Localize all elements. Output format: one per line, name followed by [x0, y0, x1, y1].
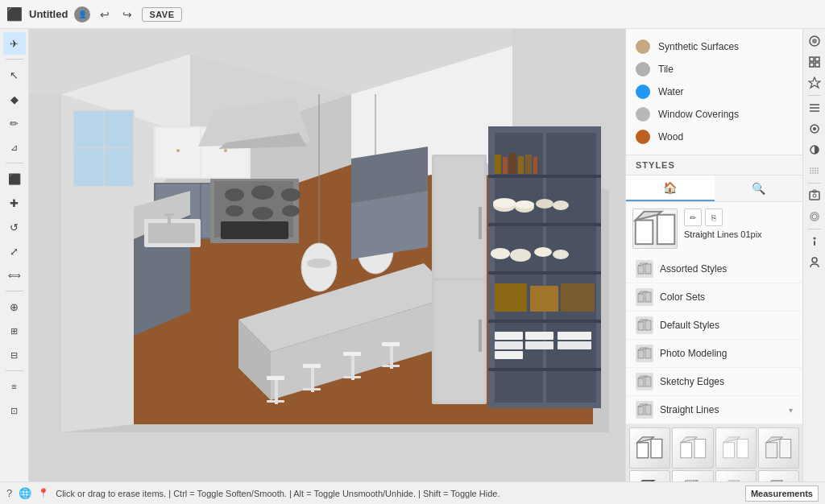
style-item-label: Sketchy Edges	[660, 376, 793, 387]
styles-items-list: Assorted Styles Color Sets Default Style…	[626, 255, 802, 424]
material-color-dot	[636, 85, 650, 99]
style-item-photo[interactable]: Photo Modeling	[626, 340, 802, 368]
material-color-dot	[636, 107, 650, 122]
scenes-panel-button[interactable]	[806, 120, 823, 138]
move-tool-button[interactable]: ✚	[3, 192, 26, 214]
styles-tab-home[interactable]: 🏠	[626, 176, 715, 201]
svg-rect-39	[303, 364, 321, 368]
style-current-thumbnail	[632, 209, 678, 249]
globe-icon[interactable]: 🌐	[19, 487, 31, 499]
push-pull-tool-button[interactable]: ⬛	[3, 167, 26, 190]
styles-tab-search[interactable]: 🔍	[715, 176, 803, 201]
svg-rect-117	[645, 405, 651, 415]
style-thumb-2[interactable]	[672, 428, 713, 469]
svg-marker-139	[723, 481, 740, 481]
measurements-field[interactable]: Measurements	[745, 485, 819, 502]
scale-tool-button[interactable]: ⤢	[3, 240, 26, 262]
rotate-tool-button[interactable]: ↺	[3, 216, 26, 238]
svg-rect-82	[495, 341, 523, 349]
svg-rect-59	[488, 271, 601, 275]
svg-rect-78	[495, 283, 527, 312]
svg-rect-85	[525, 341, 553, 349]
svg-rect-38	[267, 400, 284, 403]
3d-viewport-canvas[interactable]	[29, 29, 625, 481]
svg-point-69	[493, 198, 516, 208]
shadows-panel-button[interactable]	[806, 141, 823, 159]
svg-rect-108	[645, 320, 651, 330]
style-item-sketchy[interactable]: Sketchy Edges	[626, 368, 802, 396]
style-item-label: Photo Modeling	[660, 348, 793, 359]
match-photo-button[interactable]	[806, 187, 823, 204]
svg-rect-65	[518, 156, 524, 174]
entity-info-button[interactable]	[806, 233, 823, 250]
style-item-icon	[636, 373, 653, 390]
svg-rect-126	[737, 440, 748, 458]
svg-rect-67	[533, 157, 537, 174]
soften-edges-button[interactable]	[806, 208, 823, 225]
select-tool-button[interactable]: ↖	[3, 64, 26, 86]
svg-rect-129	[780, 440, 791, 458]
material-item-tile[interactable]: Tile	[626, 58, 802, 81]
svg-rect-57	[488, 175, 601, 178]
svg-rect-99	[657, 215, 675, 244]
viewport[interactable]	[29, 29, 625, 481]
zoom-tool-button[interactable]: ⊞	[3, 320, 26, 342]
style-thumb-3[interactable]	[715, 428, 757, 469]
help-icon[interactable]: ?	[6, 487, 12, 499]
styles-panel-button[interactable]	[806, 74, 823, 92]
cursor-tool-button[interactable]: ✈	[3, 32, 26, 55]
layers-panel-button[interactable]	[806, 99, 823, 117]
svg-rect-42	[343, 352, 361, 356]
section-cut-button[interactable]: ⊡	[3, 399, 26, 422]
style-item-assorted[interactable]: Assorted Styles	[626, 255, 802, 283]
redo-button[interactable]: ↪	[119, 6, 135, 23]
style-thumb-6[interactable]	[672, 470, 713, 481]
svg-rect-105	[645, 292, 651, 302]
material-item-water[interactable]: Water	[626, 81, 802, 103]
svg-rect-32	[164, 213, 174, 216]
style-copy-button[interactable]: ⎘	[705, 209, 723, 226]
style-edit-button[interactable]: ✏	[684, 209, 702, 226]
fog-panel-button[interactable]	[806, 162, 823, 180]
svg-point-162	[813, 194, 816, 197]
instructor-button[interactable]	[806, 254, 823, 271]
style-thumb-4[interactable]	[758, 428, 799, 469]
style-item-label: Default Styles	[660, 320, 793, 331]
styles-preview-area: ✏ ⎘ Straight Lines 01pix	[626, 202, 802, 255]
style-thumb-5[interactable]	[629, 470, 670, 481]
pencil-tool-button[interactable]: ✏	[3, 112, 26, 134]
undo-button[interactable]: ↩	[97, 6, 113, 23]
paint-tool-button[interactable]: ◆	[3, 88, 26, 110]
svg-rect-60	[488, 320, 601, 323]
style-thumb-7[interactable]	[715, 470, 757, 481]
geo-icon[interactable]: 📍	[38, 488, 49, 498]
material-name: Synthetic Surfaces	[658, 41, 739, 52]
tape-tool-button[interactable]: ⟺	[3, 264, 26, 287]
toolbar-divider-2	[6, 163, 23, 163]
svg-point-77	[553, 250, 569, 259]
material-item-synthetic[interactable]: Synthetic Surfaces	[626, 35, 802, 58]
material-item-window-coverings[interactable]: Window Coverings	[626, 103, 802, 126]
orbit-tool-button[interactable]: ⊕	[3, 295, 26, 318]
style-item-straightlines[interactable]: Straight Lines ▾	[626, 396, 802, 424]
style-item-default[interactable]: Default Styles	[626, 312, 802, 340]
svg-point-22	[281, 188, 301, 201]
svg-point-15	[224, 149, 227, 152]
material-name: Window Coverings	[658, 109, 739, 120]
materials-panel-button[interactable]	[806, 32, 823, 50]
material-item-wood[interactable]: Wood	[626, 126, 802, 148]
style-thumb-8[interactable]	[758, 470, 799, 481]
svg-marker-151	[809, 77, 820, 88]
components-panel-button[interactable]	[806, 53, 823, 71]
style-actions: ✏ ⎘	[684, 209, 762, 226]
save-button[interactable]: SAVE	[142, 7, 181, 22]
styles-section-header: STYLES	[626, 155, 802, 176]
svg-rect-114	[645, 377, 651, 386]
style-item-colorsets[interactable]: Color Sets	[626, 283, 802, 312]
zoom-extents-button[interactable]: ⊟	[3, 344, 26, 366]
style-thumb-1[interactable]	[629, 428, 670, 469]
measure-tool-button[interactable]: ⊿	[3, 136, 26, 159]
svg-rect-45	[382, 342, 400, 346]
svg-point-166	[813, 238, 815, 240]
walk-tool-button[interactable]: ≡	[3, 375, 26, 398]
